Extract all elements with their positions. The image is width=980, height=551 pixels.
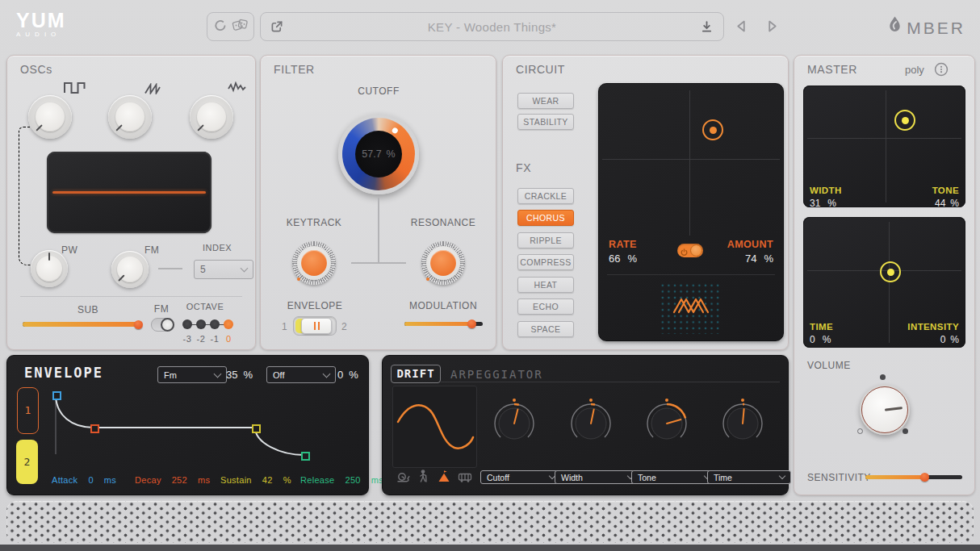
sub-slider[interactable]: [23, 322, 140, 327]
octave-dot-minus3[interactable]: [182, 319, 192, 329]
time-value: 0%: [810, 334, 831, 345]
rate-value: 66%: [609, 253, 637, 265]
pw-knob[interactable]: [31, 250, 68, 287]
switch-thumb[interactable]: [301, 318, 332, 334]
cutoff-knob[interactable]: 57.7 %: [338, 114, 419, 194]
time-intensity-xy-pad[interactable]: TIME 0% INTENSITY 0%: [803, 217, 965, 348]
preset-bar[interactable]: KEY - Wooden Things*: [260, 12, 724, 41]
envelope-1-button[interactable]: 1: [17, 387, 39, 434]
fx-label: FX: [516, 161, 531, 174]
wear-button[interactable]: WEAR: [517, 93, 574, 109]
prev-preset-button[interactable]: [733, 18, 750, 38]
attack-handle[interactable]: [52, 391, 61, 400]
fm-knob[interactable]: [111, 251, 149, 288]
osc3-level-knob[interactable]: [190, 95, 233, 139]
sensitivity-slider[interactable]: [865, 475, 962, 479]
scope-waveform-line: [52, 191, 206, 194]
sub-slider-handle[interactable]: [134, 320, 143, 329]
randomize-button[interactable]: [207, 12, 254, 41]
sustain-handle[interactable]: [252, 424, 261, 433]
stability-button[interactable]: STABILITY: [517, 114, 574, 130]
drift-slot1-dropdown[interactable]: Cutoff: [480, 470, 561, 484]
next-preset-button[interactable]: [764, 18, 781, 38]
fx-button-ripple[interactable]: RIPPLE: [517, 232, 574, 248]
fx-button-space[interactable]: SPACE: [517, 321, 574, 337]
width-tone-point[interactable]: [894, 110, 915, 131]
poly-mode-label[interactable]: poly: [905, 64, 924, 76]
tab-drift-active[interactable]: DRIFT: [391, 365, 441, 383]
drift-slot3-dropdown[interactable]: Tone: [631, 470, 716, 484]
chorus-power-toggle[interactable]: [677, 244, 703, 257]
mountain-speed-icon-selected[interactable]: [438, 470, 450, 486]
tone-label: TONE: [932, 186, 959, 195]
modulation-slider-handle[interactable]: [467, 319, 476, 328]
osc2-level-knob[interactable]: [108, 95, 152, 139]
env-mod1-target-dropdown[interactable]: Fm: [157, 366, 227, 383]
index-dropdown[interactable]: 5: [194, 260, 253, 279]
tab-underline: [441, 382, 780, 382]
release-handle[interactable]: [301, 452, 310, 461]
decay-readout: Decay252ms: [135, 475, 210, 485]
tab-arpeggiator[interactable]: ARPEGGIATOR: [450, 368, 543, 381]
mod-routing-dashed-line: [19, 127, 34, 265]
env-mod2-target-dropdown[interactable]: Off: [266, 366, 336, 383]
env-mod1-amount[interactable]: 35%: [226, 369, 253, 381]
osc1-level-knob[interactable]: [28, 95, 72, 139]
drift-knob-2[interactable]: [568, 398, 614, 448]
resonance-label: RESONANCE: [403, 217, 484, 228]
export-preset-icon[interactable]: [270, 19, 284, 34]
envelope-option-1[interactable]: 1: [282, 321, 287, 332]
octave-dot-minus1[interactable]: [210, 319, 220, 329]
chorus-xy-point[interactable]: [702, 119, 723, 140]
volume-tick-right: [903, 428, 908, 434]
amount-value: 74%: [745, 253, 773, 265]
time-intensity-point[interactable]: [880, 261, 901, 282]
rate-label: RATE: [609, 239, 637, 250]
release-readout: Release250ms: [300, 475, 383, 485]
width-label: WIDTH: [810, 186, 842, 195]
dice-icon: [232, 18, 249, 36]
octave-dot-0-selected[interactable]: [224, 319, 233, 329]
volume-label: VOLUME: [807, 360, 851, 371]
pulse-wave-icon: [64, 81, 86, 98]
width-tone-xy-pad[interactable]: WIDTH 31% TONE 44%: [803, 86, 965, 207]
fx-button-compress[interactable]: COMPRESS: [517, 254, 574, 270]
fx-button-heat[interactable]: HEAT: [517, 277, 574, 293]
volume-knob[interactable]: [860, 385, 910, 435]
volume-tick-left: [857, 428, 863, 434]
envelope-option-2[interactable]: 2: [341, 321, 347, 332]
chevron-down-icon: [214, 369, 222, 378]
hiker-speed-icon[interactable]: [418, 470, 429, 486]
drift-knob-1[interactable]: [492, 398, 537, 448]
resonance-knob[interactable]: [421, 241, 465, 285]
fx-button-echo[interactable]: ECHO: [517, 298, 574, 315]
drift-slot4-dropdown[interactable]: Time: [707, 470, 791, 484]
drift-slot2-dropdown[interactable]: Width: [555, 470, 639, 484]
download-preset-icon[interactable]: [700, 20, 714, 34]
decay-handle[interactable]: [90, 424, 99, 433]
fx-button-chorus-active[interactable]: CHORUS: [517, 210, 574, 226]
fx-button-crackle[interactable]: CRACKLE: [517, 188, 574, 204]
yum-audio-logo: YUM AUDIO: [16, 9, 66, 38]
envelope-panel: ENVELOPE Fm 35% Off 0% 1 2 Attack0ms Dec…: [6, 355, 369, 495]
intensity-value: 0%: [940, 334, 959, 345]
modulation-slider[interactable]: [404, 322, 483, 326]
drift-knob-4[interactable]: [720, 398, 765, 448]
filter-panel: FILTER CUTOFF 57.7 % KEYTRACK RESONANCE …: [260, 55, 496, 350]
filter-envelope-switch[interactable]: [293, 316, 337, 336]
divider: [20, 296, 242, 297]
drift-knob-3[interactable]: [644, 398, 689, 448]
env-mod2-amount[interactable]: 0%: [337, 369, 358, 381]
snail-speed-icon[interactable]: [396, 470, 410, 486]
envelope-2-button[interactable]: 2: [16, 440, 38, 484]
sensitivity-slider-handle[interactable]: [920, 473, 929, 482]
van-speed-icon[interactable]: [458, 470, 472, 486]
octave-option-selected[interactable]: 0: [220, 334, 237, 344]
octave-dot-minus2[interactable]: [196, 319, 206, 329]
fm-toggle[interactable]: [151, 318, 174, 332]
chorus-wave-icon: [672, 295, 710, 319]
sustain-readout: Sustain42%: [220, 475, 291, 485]
poly-menu-icon[interactable]: [934, 62, 949, 80]
master-panel: MASTER poly WIDTH 31% TONE 44% TIME: [794, 55, 975, 495]
keytrack-knob[interactable]: [292, 241, 336, 285]
